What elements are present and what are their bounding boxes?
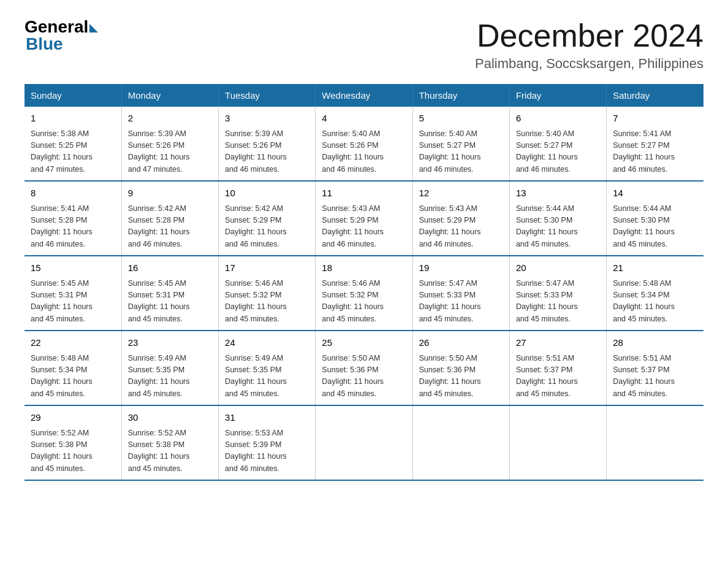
calendar-day-header: Monday	[121, 84, 218, 107]
calendar-day-cell: 30Sunrise: 5:52 AM Sunset: 5:38 PM Dayli…	[121, 405, 218, 480]
day-number: 15	[31, 261, 115, 275]
calendar-day-cell: 11Sunrise: 5:43 AM Sunset: 5:29 PM Dayli…	[316, 181, 412, 256]
calendar-day-header: Friday	[509, 84, 606, 107]
calendar-day-cell	[607, 405, 703, 480]
calendar-day-cell: 2Sunrise: 5:39 AM Sunset: 5:26 PM Daylig…	[121, 107, 218, 181]
calendar-header-row: SundayMondayTuesdayWednesdayThursdayFrid…	[25, 84, 703, 107]
calendar-day-cell: 5Sunrise: 5:40 AM Sunset: 5:27 PM Daylig…	[412, 107, 509, 181]
calendar-day-cell	[509, 405, 606, 480]
calendar-day-cell: 12Sunrise: 5:43 AM Sunset: 5:29 PM Dayli…	[412, 181, 509, 256]
day-sun-info: Sunrise: 5:51 AM Sunset: 5:37 PM Dayligh…	[613, 353, 697, 400]
day-sun-info: Sunrise: 5:46 AM Sunset: 5:32 PM Dayligh…	[322, 278, 406, 326]
calendar-day-cell: 7Sunrise: 5:41 AM Sunset: 5:27 PM Daylig…	[607, 107, 703, 181]
calendar-day-cell: 6Sunrise: 5:40 AM Sunset: 5:27 PM Daylig…	[509, 107, 606, 181]
calendar-day-cell: 24Sunrise: 5:49 AM Sunset: 5:35 PM Dayli…	[219, 331, 316, 405]
page-header: General Blue December 2024 Palimbang, So…	[25, 18, 703, 72]
day-sun-info: Sunrise: 5:41 AM Sunset: 5:27 PM Dayligh…	[613, 128, 697, 176]
day-number: 10	[225, 186, 309, 201]
day-number: 19	[419, 261, 503, 275]
day-sun-info: Sunrise: 5:52 AM Sunset: 5:38 PM Dayligh…	[128, 427, 212, 475]
calendar-day-cell: 26Sunrise: 5:50 AM Sunset: 5:36 PM Dayli…	[412, 331, 509, 405]
calendar-day-header: Sunday	[25, 84, 121, 107]
day-sun-info: Sunrise: 5:47 AM Sunset: 5:33 PM Dayligh…	[516, 278, 600, 326]
calendar-day-cell: 1Sunrise: 5:38 AM Sunset: 5:25 PM Daylig…	[25, 107, 121, 181]
day-sun-info: Sunrise: 5:40 AM Sunset: 5:27 PM Dayligh…	[516, 128, 600, 176]
calendar-day-cell: 16Sunrise: 5:45 AM Sunset: 5:31 PM Dayli…	[121, 256, 218, 331]
calendar-day-cell: 4Sunrise: 5:40 AM Sunset: 5:26 PM Daylig…	[316, 107, 412, 181]
day-number: 21	[613, 261, 697, 275]
day-sun-info: Sunrise: 5:42 AM Sunset: 5:28 PM Dayligh…	[128, 203, 212, 251]
day-number: 26	[419, 336, 503, 350]
month-title: December 2024	[475, 18, 703, 53]
calendar-day-header: Tuesday	[219, 84, 316, 107]
day-sun-info: Sunrise: 5:44 AM Sunset: 5:30 PM Dayligh…	[613, 203, 697, 251]
location-subtitle: Palimbang, Soccsksargen, Philippines	[475, 56, 703, 72]
calendar-day-cell: 18Sunrise: 5:46 AM Sunset: 5:32 PM Dayli…	[316, 256, 412, 331]
day-sun-info: Sunrise: 5:44 AM Sunset: 5:30 PM Dayligh…	[516, 203, 600, 251]
day-sun-info: Sunrise: 5:42 AM Sunset: 5:29 PM Dayligh…	[225, 203, 309, 251]
day-number: 8	[31, 186, 115, 201]
day-sun-info: Sunrise: 5:50 AM Sunset: 5:36 PM Dayligh…	[419, 353, 503, 400]
day-number: 7	[613, 112, 697, 126]
day-number: 31	[225, 411, 309, 425]
day-number: 2	[128, 112, 212, 126]
calendar-day-cell	[412, 405, 509, 480]
calendar-day-cell: 22Sunrise: 5:48 AM Sunset: 5:34 PM Dayli…	[25, 331, 121, 405]
day-number: 18	[322, 261, 406, 275]
day-number: 4	[322, 112, 406, 126]
day-number: 20	[516, 261, 600, 275]
day-sun-info: Sunrise: 5:48 AM Sunset: 5:34 PM Dayligh…	[613, 278, 697, 326]
day-sun-info: Sunrise: 5:45 AM Sunset: 5:31 PM Dayligh…	[31, 278, 115, 326]
calendar-day-cell: 20Sunrise: 5:47 AM Sunset: 5:33 PM Dayli…	[509, 256, 606, 331]
day-sun-info: Sunrise: 5:43 AM Sunset: 5:29 PM Dayligh…	[419, 203, 503, 251]
title-section: December 2024 Palimbang, Soccsksargen, P…	[475, 18, 703, 72]
day-sun-info: Sunrise: 5:39 AM Sunset: 5:26 PM Dayligh…	[225, 128, 309, 176]
calendar-day-cell: 21Sunrise: 5:48 AM Sunset: 5:34 PM Dayli…	[607, 256, 703, 331]
calendar-day-cell: 10Sunrise: 5:42 AM Sunset: 5:29 PM Dayli…	[219, 181, 316, 256]
day-number: 24	[225, 336, 309, 350]
day-number: 9	[128, 186, 212, 201]
day-number: 17	[225, 261, 309, 275]
calendar-day-cell: 17Sunrise: 5:46 AM Sunset: 5:32 PM Dayli…	[219, 256, 316, 331]
calendar-day-cell: 14Sunrise: 5:44 AM Sunset: 5:30 PM Dayli…	[607, 181, 703, 256]
day-sun-info: Sunrise: 5:49 AM Sunset: 5:35 PM Dayligh…	[128, 353, 212, 400]
day-number: 23	[128, 336, 212, 350]
day-sun-info: Sunrise: 5:40 AM Sunset: 5:26 PM Dayligh…	[322, 128, 406, 176]
calendar-day-cell	[316, 405, 412, 480]
day-number: 25	[322, 336, 406, 350]
day-number: 16	[128, 261, 212, 275]
day-number: 12	[419, 186, 503, 201]
day-sun-info: Sunrise: 5:52 AM Sunset: 5:38 PM Dayligh…	[31, 427, 115, 475]
day-number: 22	[31, 336, 115, 350]
day-number: 13	[516, 186, 600, 201]
calendar-table: SundayMondayTuesdayWednesdayThursdayFrid…	[25, 84, 703, 481]
calendar-day-header: Thursday	[412, 84, 509, 107]
day-number: 6	[516, 112, 600, 126]
day-sun-info: Sunrise: 5:48 AM Sunset: 5:34 PM Dayligh…	[31, 353, 115, 400]
day-number: 5	[419, 112, 503, 126]
calendar-day-header: Saturday	[607, 84, 703, 107]
calendar-day-cell: 19Sunrise: 5:47 AM Sunset: 5:33 PM Dayli…	[412, 256, 509, 331]
day-number: 14	[613, 186, 697, 201]
logo: General Blue	[25, 18, 98, 54]
calendar-week-row: 22Sunrise: 5:48 AM Sunset: 5:34 PM Dayli…	[25, 331, 703, 405]
day-number: 3	[225, 112, 309, 126]
day-sun-info: Sunrise: 5:46 AM Sunset: 5:32 PM Dayligh…	[225, 278, 309, 326]
logo-blue-text: Blue	[26, 34, 63, 54]
calendar-day-cell: 29Sunrise: 5:52 AM Sunset: 5:38 PM Dayli…	[25, 405, 121, 480]
calendar-week-row: 15Sunrise: 5:45 AM Sunset: 5:31 PM Dayli…	[25, 256, 703, 331]
day-sun-info: Sunrise: 5:40 AM Sunset: 5:27 PM Dayligh…	[419, 128, 503, 176]
calendar-day-cell: 31Sunrise: 5:53 AM Sunset: 5:39 PM Dayli…	[219, 405, 316, 480]
day-number: 1	[31, 112, 115, 126]
calendar-week-row: 8Sunrise: 5:41 AM Sunset: 5:28 PM Daylig…	[25, 181, 703, 256]
calendar-week-row: 29Sunrise: 5:52 AM Sunset: 5:38 PM Dayli…	[25, 405, 703, 480]
calendar-day-cell: 28Sunrise: 5:51 AM Sunset: 5:37 PM Dayli…	[607, 331, 703, 405]
logo-general-text: General	[25, 18, 88, 36]
day-sun-info: Sunrise: 5:41 AM Sunset: 5:28 PM Dayligh…	[31, 203, 115, 251]
day-sun-info: Sunrise: 5:47 AM Sunset: 5:33 PM Dayligh…	[419, 278, 503, 326]
calendar-day-cell: 13Sunrise: 5:44 AM Sunset: 5:30 PM Dayli…	[509, 181, 606, 256]
calendar-day-cell: 8Sunrise: 5:41 AM Sunset: 5:28 PM Daylig…	[25, 181, 121, 256]
day-number: 28	[613, 336, 697, 350]
calendar-day-cell: 25Sunrise: 5:50 AM Sunset: 5:36 PM Dayli…	[316, 331, 412, 405]
day-number: 27	[516, 336, 600, 350]
